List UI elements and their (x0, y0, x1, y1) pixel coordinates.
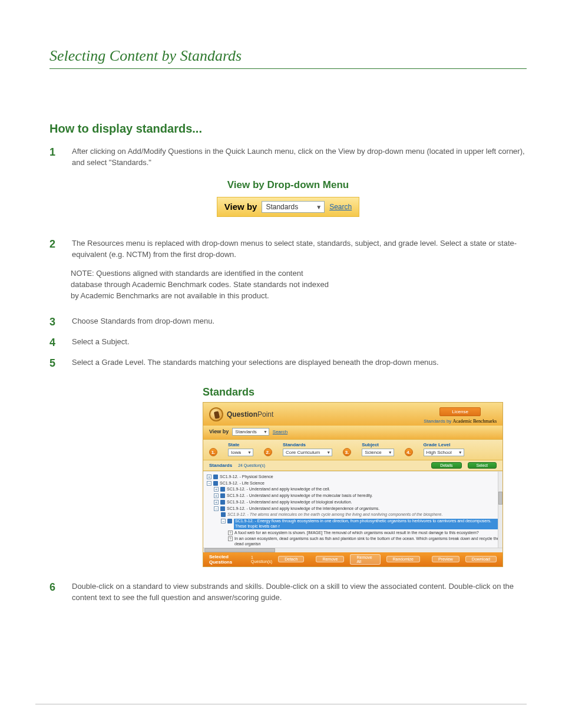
standards-tree: +SC1.9-12. - Physical Science −SC1.9-12.… (203, 471, 503, 548)
standards-by-label: Standards by (424, 419, 451, 424)
license-button[interactable]: License (439, 407, 481, 416)
folder-icon (220, 493, 225, 498)
expand-icon[interactable]: + (214, 493, 219, 498)
tree-item[interactable]: SC1.9-12. - Physical Science (220, 475, 273, 480)
badge-1: 1. (209, 448, 217, 456)
select-button[interactable]: Select (468, 462, 497, 469)
brand-b: Point (257, 410, 273, 419)
step-text: After clicking on Add/Modify Questions i… (72, 146, 527, 169)
tree-item[interactable]: SC1.9-12. - The atoms and molecules on t… (227, 512, 442, 518)
detach-button[interactable]: Detach (278, 556, 304, 562)
expand-icon[interactable]: + (207, 475, 211, 479)
standards-app: QuestionPoint License Standards by Acade… (203, 402, 503, 567)
badge-4: 4. (405, 448, 413, 456)
tree-item[interactable]: A food web for an ecosystem is shown. [I… (234, 531, 479, 536)
scrollbar-thumb[interactable] (204, 548, 275, 552)
view-by-dropdown: View by Standards ▼ Search (217, 197, 359, 217)
folder-icon (221, 512, 226, 517)
page-title: Selecting Content by Standards (49, 47, 527, 69)
step-text: Double-click on a standard to view subst… (72, 581, 527, 604)
brand: QuestionPoint (209, 407, 273, 421)
subject-value: Science (365, 450, 381, 455)
step-number: 4 (49, 337, 60, 349)
step-text: The Resources menu is replaced with drop… (72, 238, 527, 261)
brand-icon (209, 407, 223, 421)
selected-questions-count: 1 Question(s) (251, 555, 272, 564)
dropdown-figure-caption: View by Drop-down Menu (49, 179, 527, 191)
subject-header: Subject (362, 442, 394, 447)
tree-item-selected[interactable]: SC1.9-12. - Energy flows through ecosyst… (234, 519, 501, 529)
view-by-label: View by (224, 202, 257, 212)
remove-button[interactable]: Remove (316, 556, 344, 562)
folder-icon (227, 519, 232, 523)
question-icon: ? (228, 536, 233, 541)
tree-item[interactable]: SC1.9-12. - Understand and apply knowled… (227, 493, 373, 499)
folder-icon (220, 487, 225, 492)
step-number: 6 (49, 581, 60, 604)
chevron-down-icon: ▼ (458, 450, 462, 454)
search-link[interactable]: Search (273, 429, 287, 434)
chevron-down-icon: ▼ (388, 450, 392, 454)
chevron-down-icon: ▼ (316, 203, 322, 210)
view-by-select[interactable]: Standards▼ (232, 428, 269, 436)
folder-icon (213, 475, 218, 479)
view-by-label: View by (209, 429, 229, 434)
step-number: 3 (49, 316, 60, 328)
folder-icon (220, 500, 225, 505)
expand-icon[interactable]: + (214, 500, 219, 505)
grade-header: Grade Level (424, 442, 464, 447)
remove-all-button[interactable]: Remove All (350, 554, 380, 565)
tree-item[interactable]: SC1.9-12. - Life Science (220, 481, 265, 486)
standards-count: 24 Question(s) (238, 463, 265, 467)
view-by-value: Standards (235, 429, 256, 434)
step-text: Select a Grade Level. The standards matc… (72, 357, 527, 370)
grade-select[interactable]: High School▼ (424, 449, 464, 456)
expand-icon[interactable]: + (214, 487, 219, 492)
footer-rule (35, 704, 527, 704)
brand-a: Question (227, 410, 257, 419)
state-select[interactable]: Iowa▼ (228, 449, 253, 456)
details-button[interactable]: Details (431, 462, 461, 469)
view-by-select[interactable]: Standards ▼ (262, 201, 325, 213)
standards-header: Standards (283, 442, 332, 447)
preview-button[interactable]: Preview (432, 556, 459, 562)
randomize-button[interactable]: Randomize (386, 556, 420, 562)
folder-icon (213, 481, 218, 486)
chevron-down-icon: ▼ (263, 430, 267, 434)
badge-2: 2. (264, 448, 272, 456)
how-to-heading: How to display standards... (49, 122, 527, 136)
note-text: NOTE: Questions aligned with standards a… (71, 268, 330, 302)
chevron-down-icon: ▼ (326, 450, 330, 454)
state-header: State (228, 442, 253, 447)
search-link[interactable]: Search (329, 203, 352, 211)
step-number: 5 (49, 357, 60, 370)
step-text: Select a Subject. (72, 337, 527, 349)
subject-select[interactable]: Science▼ (362, 449, 394, 456)
collapse-icon[interactable]: − (207, 481, 211, 486)
folder-icon (220, 506, 225, 511)
grade-value: High School (427, 450, 452, 455)
standards-figure-caption: Standards (203, 386, 527, 398)
vertical-scrollbar[interactable] (498, 472, 503, 548)
scrollbar-thumb[interactable] (498, 492, 503, 505)
horizontal-scrollbar[interactable] (203, 548, 503, 552)
step-text: Choose Standards from drop-down menu. (72, 316, 527, 328)
collapse-icon[interactable]: − (214, 506, 219, 511)
state-value: Iowa (231, 450, 241, 455)
collapse-icon[interactable]: − (221, 519, 226, 523)
standards-select[interactable]: Core Curriculum▼ (283, 449, 332, 456)
view-by-value: Standards (266, 203, 298, 211)
standards-label: Standards (209, 463, 232, 468)
tree-item[interactable]: SC1.9-12. - Understand and apply knowled… (227, 487, 330, 492)
question-icon: ? (228, 531, 233, 535)
selected-questions-label: Selected Questions (209, 554, 245, 565)
academic-benchmarks: Academic Benchmarks (453, 419, 497, 424)
tree-item[interactable]: SC1.9-12. - Understand and apply knowled… (227, 500, 352, 505)
step-number: 1 (49, 146, 60, 169)
step-number: 2 (49, 238, 60, 261)
chevron-down-icon: ▼ (247, 450, 252, 454)
download-button[interactable]: Download (465, 556, 497, 562)
tree-item[interactable]: In an ocean ecosystem, dead organisms su… (234, 536, 501, 547)
badge-3: 3. (343, 448, 351, 456)
tree-item[interactable]: SC1.9-12. - Understand and apply knowled… (227, 506, 379, 512)
